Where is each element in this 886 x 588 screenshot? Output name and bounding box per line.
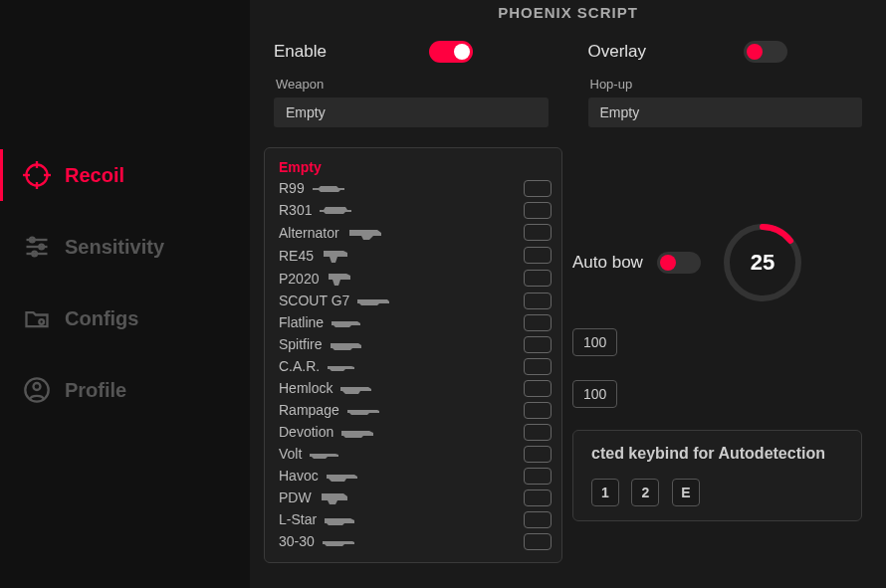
weapon-icon — [331, 337, 364, 351]
weapon-option-label: RE45 — [279, 248, 314, 264]
weapon-option[interactable]: Volt — [279, 443, 552, 465]
weapon-select[interactable]: Empty — [274, 98, 549, 127]
weapon-option[interactable]: R99 — [279, 177, 552, 199]
sidebar-item-label: Profile — [65, 379, 126, 402]
autobow-value: 25 — [751, 250, 775, 276]
folder-gear-icon — [23, 304, 51, 332]
weapon-option-label: SCOUT G7 — [279, 293, 349, 308]
weapon-option[interactable]: Havoc — [279, 465, 552, 487]
weapon-option[interactable]: 30-30 — [279, 530, 552, 552]
hopup-field-label: Hop-up — [588, 77, 863, 92]
weapon-icon — [320, 490, 349, 505]
sidebar-item-label: Configs — [65, 307, 138, 330]
weapon-option-checkbox[interactable] — [524, 490, 552, 506]
weapon-option[interactable]: Rampage — [279, 399, 552, 421]
user-icon — [23, 376, 51, 404]
page-title: PHOENIX SCRIPT — [274, 0, 862, 41]
weapon-option[interactable]: C.A.R. — [279, 355, 552, 377]
keybind-key[interactable]: 1 — [591, 479, 619, 506]
weapon-option-checkbox[interactable] — [524, 468, 552, 485]
autobow-dial[interactable]: 25 — [721, 221, 804, 304]
weapon-icon — [357, 294, 391, 307]
weapon-option-checkbox[interactable] — [524, 402, 552, 419]
weapon-icon — [347, 403, 381, 417]
weapon-option-label: Alternator — [279, 225, 339, 241]
weapon-option-label: Volt — [279, 446, 302, 462]
weapon-option-label: Devotion — [279, 424, 333, 440]
sidebar: Recoil Sensitivity Configs Profile — [0, 0, 250, 588]
weapon-option[interactable]: Flatline — [279, 311, 552, 333]
weapon-icon — [340, 381, 374, 395]
weapon-icon — [310, 447, 343, 461]
svg-point-11 — [39, 319, 44, 324]
overlay-label: Overlay — [588, 42, 647, 62]
keybind-key[interactable]: 2 — [631, 479, 659, 506]
num-box-1[interactable]: 100 — [572, 328, 617, 356]
keybind-key[interactable]: E — [672, 479, 700, 506]
weapon-option-label: Havoc — [279, 468, 319, 484]
num-box-2[interactable]: 100 — [572, 380, 617, 408]
weapon-option[interactable]: Devotion — [279, 421, 552, 443]
sidebar-item-label: Sensitivity — [65, 236, 164, 259]
weapon-option[interactable]: Hemlock — [279, 377, 552, 399]
weapon-option-checkbox[interactable] — [524, 533, 552, 550]
weapon-option[interactable]: Empty — [279, 156, 552, 177]
sidebar-item-sensitivity[interactable]: Sensitivity — [0, 221, 250, 273]
overlay-toggle[interactable] — [744, 41, 787, 63]
weapon-option[interactable]: Alternator — [279, 221, 552, 244]
weapon-option-label: R301 — [279, 202, 312, 218]
enable-toggle[interactable] — [429, 41, 473, 63]
weapon-icon — [313, 181, 346, 195]
weapon-option-checkbox[interactable] — [524, 314, 552, 331]
weapon-icon — [332, 315, 365, 329]
weapon-option-checkbox[interactable] — [524, 224, 552, 241]
weapon-option-label: 30-30 — [279, 533, 315, 549]
keybind-title: cted keybind for Autodetection — [591, 445, 843, 463]
weapon-field-label: Weapon — [274, 77, 549, 92]
weapon-option-label: Flatline — [279, 314, 324, 330]
weapon-option[interactable]: SCOUT G7 — [279, 290, 552, 311]
svg-point-13 — [34, 383, 41, 390]
weapon-icon — [347, 224, 385, 242]
weapon-icon — [328, 359, 361, 373]
weapon-icon — [327, 469, 360, 483]
sidebar-item-recoil[interactable]: Recoil — [0, 149, 250, 201]
weapon-option-checkbox[interactable] — [524, 446, 552, 463]
weapon-option-checkbox[interactable] — [524, 270, 552, 287]
weapon-option-checkbox[interactable] — [524, 247, 552, 264]
weapon-option-checkbox[interactable] — [524, 202, 552, 219]
weapon-option[interactable]: R301 — [279, 199, 552, 221]
weapon-option[interactable]: P2020 — [279, 267, 552, 290]
weapon-option[interactable]: L-Star — [279, 508, 552, 530]
weapon-option-checkbox[interactable] — [524, 180, 552, 197]
sidebar-item-profile[interactable]: Profile — [0, 364, 250, 416]
weapon-option-checkbox[interactable] — [524, 293, 552, 309]
weapon-icon — [327, 270, 356, 288]
weapon-option-label: Rampage — [279, 402, 339, 418]
autobow-toggle[interactable] — [657, 252, 701, 274]
weapon-option-label: L-Star — [279, 511, 317, 527]
weapon-option-checkbox[interactable] — [524, 358, 552, 375]
weapon-option-checkbox[interactable] — [524, 424, 552, 441]
autobow-label: Auto bow — [572, 253, 643, 273]
sliders-icon — [23, 233, 51, 261]
sidebar-item-label: Recoil — [65, 164, 124, 187]
weapon-option[interactable]: Spitfire — [279, 333, 552, 355]
weapon-option[interactable]: PDW — [279, 487, 552, 508]
weapon-icon — [320, 203, 353, 217]
weapon-option-label: Empty — [279, 159, 322, 175]
weapon-option-label: Spitfire — [279, 336, 323, 352]
weapon-option[interactable]: RE45 — [279, 244, 552, 267]
sidebar-item-configs[interactable]: Configs — [0, 293, 250, 344]
enable-label: Enable — [274, 42, 327, 62]
weapon-option-label: C.A.R. — [279, 358, 320, 374]
weapon-icon — [341, 425, 375, 439]
weapon-option-checkbox[interactable] — [524, 511, 552, 528]
hopup-select[interactable]: Empty — [588, 98, 863, 127]
weapon-option-label: P2020 — [279, 271, 319, 287]
weapon-dropdown[interactable]: EmptyR99R301AlternatorRE45P2020SCOUT G7F… — [264, 147, 562, 563]
weapon-option-label: PDW — [279, 490, 312, 505]
weapon-option-checkbox[interactable] — [524, 336, 552, 353]
weapon-icon — [325, 512, 358, 526]
weapon-option-checkbox[interactable] — [524, 380, 552, 397]
